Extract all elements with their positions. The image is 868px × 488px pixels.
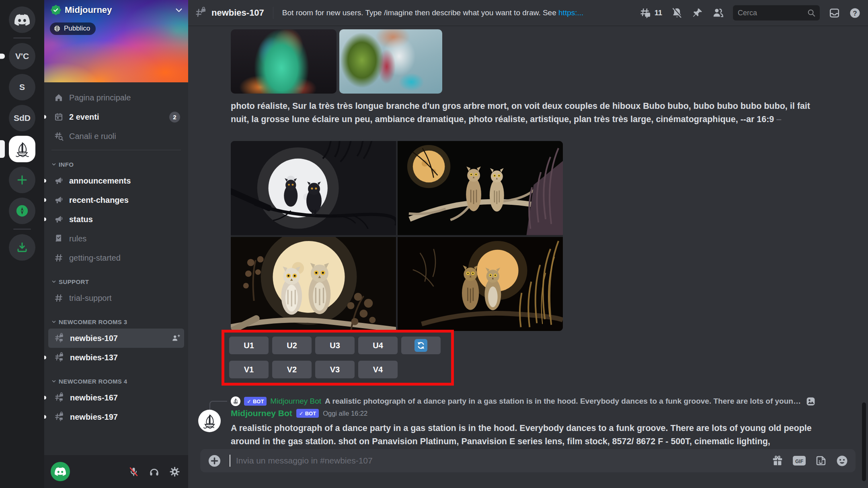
download-apps-button[interactable] — [9, 234, 35, 261]
prompt-line-2: nuit, la grosse lune éclaire un peu, amb… — [231, 114, 774, 124]
topic-link[interactable]: https:... — [558, 8, 583, 17]
reply-author[interactable]: Midjourney Bot — [270, 397, 321, 406]
channel-newbies-167[interactable]: newbies-167 — [48, 388, 184, 407]
gift-icon[interactable] — [772, 455, 784, 467]
create-invite-icon[interactable] — [171, 334, 180, 343]
v2-button[interactable]: V2 — [272, 361, 312, 378]
channel-newbies-197[interactable]: newbies-197 — [48, 407, 184, 427]
gif-picker-icon[interactable]: GIF — [792, 455, 806, 466]
hash-lock-chat-icon — [54, 352, 64, 363]
reply-bot-avatar[interactable] — [231, 396, 240, 406]
hash-lock-chat-icon — [54, 412, 64, 422]
message-author[interactable]: Midjourney Bot — [231, 408, 292, 418]
notifications-muted-icon[interactable] — [671, 7, 683, 19]
emoji-picker-icon[interactable] — [836, 455, 848, 467]
channel-label: trial-support — [69, 294, 180, 303]
v1-button[interactable]: V1 — [229, 361, 269, 378]
channel-topic[interactable]: Bot room for new users. Type /imagine th… — [282, 8, 584, 17]
section-support[interactable]: SUPPORT — [48, 275, 184, 288]
add-server-button[interactable] — [9, 167, 35, 193]
discord-logo-icon — [55, 467, 66, 476]
compass-icon — [15, 204, 29, 218]
unread-dot — [44, 218, 46, 221]
server-s[interactable]: S — [9, 74, 35, 100]
reply-reference[interactable]: ✓BOT Midjourney Bot A realistic photogra… — [231, 395, 816, 407]
server-initials: S — [19, 82, 25, 92]
settings-gear-icon[interactable] — [169, 466, 180, 477]
sidebar-item-events[interactable]: 2 eventi 2 — [48, 107, 184, 127]
channel-label: status — [69, 215, 180, 224]
pinned-messages-icon[interactable] — [692, 7, 703, 18]
sticker-icon[interactable] — [815, 455, 827, 467]
bot-badge: ✓BOT — [296, 409, 319, 418]
threads-icon[interactable] — [639, 7, 651, 19]
svg-text:?: ? — [853, 9, 857, 17]
section-newcomer-rooms-3[interactable]: NEWCOMER ROOMS 3 — [48, 315, 184, 329]
server-name: Midjourney — [65, 5, 171, 15]
previous-message-attachment — [231, 29, 442, 94]
refresh-icon — [415, 339, 427, 352]
search-icon — [807, 8, 816, 17]
server-sdd[interactable]: SdD — [9, 105, 35, 131]
topbar-actions: 11 ? — [639, 5, 861, 20]
server-header[interactable]: Midjourney — [51, 5, 183, 15]
discord-home-button[interactable] — [9, 6, 35, 33]
attachment-image[interactable] — [339, 29, 442, 94]
sidebar-item-home[interactable]: Pagina principale — [48, 88, 184, 107]
u3-button[interactable]: U3 — [315, 337, 355, 354]
message-composer[interactable]: GIF — [200, 449, 856, 472]
megaphone-icon — [54, 214, 64, 224]
bot-avatar[interactable] — [198, 410, 221, 432]
server-midjourney[interactable] — [9, 136, 35, 162]
user-avatar[interactable] — [51, 462, 70, 481]
channel-rules[interactable]: rules — [48, 229, 184, 248]
v3-button[interactable]: V3 — [315, 361, 355, 378]
u1-button[interactable]: U1 — [229, 337, 269, 354]
section-newcomer-rooms-4[interactable]: NEWCOMER ROOMS 4 — [48, 374, 184, 388]
hash-search-icon — [54, 131, 64, 141]
server-banner[interactable]: Midjourney Pubblico — [44, 0, 188, 82]
verified-badge-icon — [51, 5, 61, 15]
inbox-icon[interactable] — [829, 7, 840, 19]
attach-plus-icon[interactable] — [207, 454, 222, 468]
member-list-icon[interactable] — [712, 7, 724, 19]
channel-announcements[interactable]: announcements — [48, 171, 184, 190]
public-badge-label: Pubblico — [64, 25, 90, 33]
attachment-image[interactable] — [231, 29, 337, 94]
variation-row: V1 V2 V3 V4 — [229, 361, 441, 378]
channel-list: Pagina principale 2 eventi 2 Canali e ru… — [44, 82, 188, 455]
channel-getting-started[interactable]: getting-started — [48, 248, 184, 267]
plus-icon — [16, 174, 28, 186]
search-input[interactable] — [738, 9, 804, 17]
mic-muted-icon[interactable] — [128, 466, 139, 477]
channel-recent-changes[interactable]: recent-changes — [48, 190, 184, 210]
help-icon[interactable]: ? — [849, 7, 861, 19]
channel-trial-support[interactable]: trial-support — [48, 288, 184, 308]
rules-book-icon — [54, 234, 64, 243]
thread-count: 11 — [655, 9, 662, 17]
explore-servers-button[interactable] — [9, 198, 35, 224]
calendar-icon — [54, 112, 64, 122]
channel-topbar: newbies-107 Bot room for new users. Type… — [188, 0, 868, 26]
sidebar-divider — [51, 150, 181, 150]
topic-text: Bot room for new users. Type /imagine th… — [282, 8, 558, 17]
headphones-icon[interactable] — [149, 466, 160, 477]
section-info[interactable]: INFO — [48, 157, 184, 171]
u2-button[interactable]: U2 — [272, 337, 312, 354]
channel-newbies-107[interactable]: newbies-107 — [48, 329, 184, 348]
download-icon — [16, 241, 29, 254]
chat-scrollbar-thumb[interactable] — [862, 402, 866, 481]
sidebar-item-label: Canali e ruoli — [69, 132, 180, 141]
u4-button[interactable]: U4 — [358, 337, 398, 354]
channel-status[interactable]: status — [48, 210, 184, 229]
sidebar-item-channels-roles[interactable]: Canali e ruoli — [48, 127, 184, 146]
channel-newbies-137[interactable]: newbies-137 — [48, 348, 184, 367]
reply-preview-text[interactable]: A realistic photograph of a dance party … — [325, 397, 802, 406]
search-box[interactable] — [733, 5, 820, 20]
server-vc[interactable]: V'C — [9, 43, 35, 69]
message-input[interactable] — [236, 456, 766, 466]
chevron-down-icon — [51, 279, 56, 284]
reroll-button[interactable] — [401, 337, 441, 354]
v4-button[interactable]: V4 — [358, 361, 398, 378]
generated-image-grid[interactable] — [231, 141, 563, 331]
